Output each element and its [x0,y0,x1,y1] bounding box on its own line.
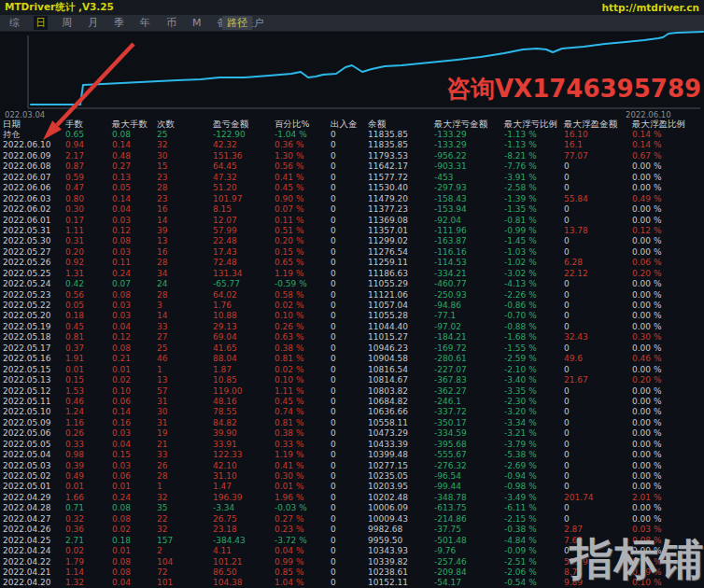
menu-item-4[interactable]: 月 [86,16,100,30]
cell-value: 10473.29 [365,428,431,439]
table-row[interactable]: 2022.05.200.180.031410.880.10 %011055.28… [0,311,704,321]
cell-date: 2022.05.31 [0,226,63,236]
table-row[interactable]: 2022.06.070.590.132347.320.41 %011577.72… [0,173,704,183]
table-row[interactable]: 2022.04.270.320.082226.750.27 %010009.43… [0,514,704,525]
cell-value: 0 [561,204,629,215]
table-row[interactable]: 2022.05.121.530.1057119.001.11 %010803.8… [0,386,704,397]
column-header[interactable]: 余额 [365,118,431,130]
table-row[interactable]: 2022.06.020.300.04168.150.07 %011377.23-… [0,204,704,215]
column-header[interactable]: 最大浮亏比例 [501,118,561,130]
table-row[interactable]: 2022.05.300.310.081322.480.20 %011299.02… [0,236,704,246]
table-row[interactable]: 2022.05.190.450.043329.130.26 %011044.40… [0,322,704,332]
cell-value: 0 [328,258,365,268]
column-header[interactable]: 次数 [154,118,210,130]
table-row[interactable]: 2022.06.080.870.271564.450.56 %011642.17… [0,161,704,172]
cell-value: 42.32 [210,140,272,150]
cell-value: 0.24 [109,493,154,503]
cell-value: 1.16 [63,418,109,428]
app-url[interactable]: http://mtdriver.cn [602,2,700,13]
cell-value: 0 [328,386,365,397]
column-header[interactable]: 盈亏金额 [210,118,272,130]
cell-value: 0.94 [63,140,109,150]
cell-value: 0.71 [63,503,109,513]
table-row[interactable]: 2022.05.050.330.042133.910.33 %010433.39… [0,440,704,450]
cell-value: 1.87 [210,365,272,375]
table-row[interactable]: 2022.05.091.160.163184.820.81 %010558.11… [0,418,704,428]
cell-value: 0.36 [63,525,109,535]
table-row[interactable]: 2022.06.100.940.143242.320.36 %011835.85… [0,140,704,150]
table-header: 日期手数最大手数次数盈亏金额百分比%出入金余额最大浮亏金额最大浮亏比例最大浮盈金… [0,118,704,130]
table-row[interactable]: 2022.06.092.170.4830151.361.30 %011793.5… [0,151,704,161]
cell-value: -65.77 [210,279,272,289]
cell-value: 0.01 [63,365,109,375]
table-row[interactable]: 2022.05.260.920.112872.480.65 %011259.11… [0,258,704,268]
cell-value: 15 [154,161,210,172]
cell-value: 0.87 [63,161,109,172]
menu-item-3[interactable]: 周 [60,16,74,30]
column-header[interactable]: 手数 [63,118,109,130]
table-row[interactable]: 2022.05.010.010.0111.470.01 %010203.95-9… [0,482,704,492]
table-row[interactable]: 2022.05.240.420.0724-65.77-0.59 %011055.… [0,279,704,289]
cell-value: 0 [561,397,629,407]
cell-value: 0 [561,471,629,482]
table-row[interactable]: 2022.05.040.980.1533122.331.19 %010399.4… [0,450,704,460]
menu-item-5[interactable]: 季 [112,16,126,30]
cell-value: 1 [154,482,210,492]
column-header[interactable]: 最大手数 [109,118,154,130]
cell-value: 11276.54 [365,247,431,258]
cell-value: 51.20 [210,183,272,193]
table-row[interactable]: 2022.05.230.560.082864.020.58 %011121.06… [0,290,704,301]
cell-value: 0.14 [109,407,154,417]
cell-value: 0.02 [109,375,154,385]
table-row[interactable]: 2022.05.030.390.032642.100.41 %010277.15… [0,461,704,471]
table-row[interactable]: 2022.05.110.460.063148.160.45 %010684.82… [0,397,704,407]
cell-value: 78.55 [210,407,272,417]
table-row[interactable]: 2022.06.060.470.052851.200.45 %011530.40… [0,183,704,193]
column-header[interactable]: 百分比% [272,118,328,130]
cell-value: 23.18 [210,525,272,535]
cell-value: 11015.27 [365,332,431,343]
cell-date: 2022.04.25 [0,536,63,546]
table-row[interactable]: 2022.05.150.010.0111.870.02 %010816.54-2… [0,365,704,375]
cell-value: -395.68 [431,440,501,450]
cell-value: 0.23 % [272,525,328,535]
cell-date: 2022.05.12 [0,386,63,397]
table-row[interactable]: 2022.05.161.910.214688.040.81 %010904.58… [0,354,704,364]
equity-chart[interactable]: 022.03.04 2022.06.10 咨询VX1746395789 [0,32,704,118]
table-row[interactable]: 2022.05.020.490.062831.100.30 %010235.05… [0,471,704,482]
menu-item-2[interactable]: 日 [34,16,48,30]
table-row[interactable]: 2022.04.280.710.0835-3.34-0.03 %010006.0… [0,503,704,513]
cell-value: 0 [328,482,365,492]
cell-value: 0.21 [109,354,154,364]
cell-value: -3.49 % [501,493,561,503]
menu-item-7[interactable]: 币 [164,16,178,30]
table-row[interactable]: 2022.05.060.260.031939.900.38 %010473.29… [0,428,704,439]
cell-value: -0.03 % [272,503,328,513]
table-row[interactable]: 2022.05.101.240.143078.550.74 %010636.66… [0,407,704,417]
table-row[interactable]: 2022.05.130.150.021310.850.10 %010814.67… [0,375,704,385]
table-row[interactable]: 2022.05.270.200.031617.430.15 %011276.54… [0,247,704,258]
table-row[interactable]: 2022.05.251.310.2434131.341.19 %011186.6… [0,269,704,279]
menu-item-1[interactable]: 综 [7,16,21,30]
cell-value: 0 [561,322,629,332]
cell-value: 0.00 % [629,514,704,525]
table-row[interactable]: 2022.05.170.370.082541.650.38 %010946.23… [0,343,704,354]
column-header[interactable]: 最大浮亏金额 [431,118,501,130]
menu-item-6[interactable]: 年 [138,16,152,30]
cell-value: 101.21 [210,557,272,567]
table-row[interactable]: 2022.05.180.810.122769.040.63 %011015.27… [0,332,704,343]
table-row[interactable]: 2022.05.311.110.123957.990.51 %011357.01… [0,226,704,236]
path-button[interactable]: 路径 [222,16,252,30]
table-row[interactable]: 2022.06.030.800.1423101.970.90 %011479.2… [0,194,704,204]
table-row[interactable]: 持仓0.650.0825-122.90-1.04 %011835.85-133.… [0,130,704,140]
column-header[interactable]: 最大浮盈金额 [561,118,629,130]
cell-value: 72 [154,567,210,578]
table-row[interactable]: 2022.06.010.170.031412.070.11 %011369.08… [0,216,704,226]
menu-item-8[interactable]: M [190,16,204,30]
cell-value: 0 [328,322,365,332]
column-header[interactable]: 出入金 [328,118,365,130]
table-row[interactable]: 2022.04.291.660.2432196.391.96 %010202.4… [0,493,704,503]
cell-value: 22.12 [561,269,629,279]
cell-value: 0 [561,514,629,525]
table-row[interactable]: 2022.05.220.050.0331.760.02 %011057.04-9… [0,301,704,311]
